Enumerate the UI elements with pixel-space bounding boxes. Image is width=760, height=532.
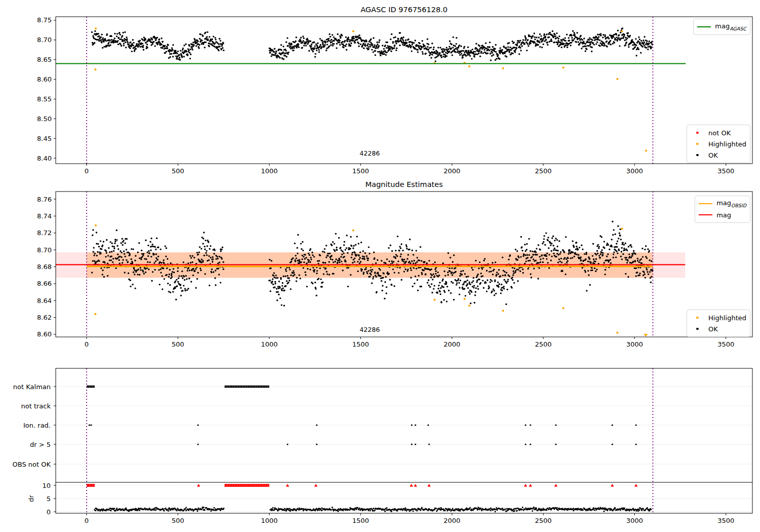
flag-point: [428, 443, 430, 445]
flag-point: [529, 424, 531, 426]
flag-point: [529, 443, 531, 445]
flag-row-label: dr > 5: [30, 441, 51, 448]
y-tick-label: 8.64: [37, 297, 52, 305]
dr-clip-point: [529, 484, 532, 487]
y-tick-label: 8.76: [37, 196, 52, 203]
legend-entry-mag-obsid: magOBSID: [699, 198, 746, 209]
x-tick-label: 2000: [443, 517, 460, 524]
agasc-mag-plot: 05001000150020002500300035008.408.458.50…: [37, 16, 752, 175]
red-line-icon: [699, 214, 712, 216]
orange-line-icon: [699, 203, 712, 205]
dr-axis-label: dr: [27, 495, 35, 502]
y-tick-label: 8.45: [37, 135, 52, 142]
x-tick-label: 3500: [717, 167, 734, 175]
flag-point: [89, 424, 90, 426]
flag-point: [414, 424, 416, 426]
flag-row-label: not Kalman: [13, 383, 51, 391]
flag-point: [525, 443, 526, 445]
dr-tick-label: 10: [42, 482, 51, 489]
legend-label: magAGASC: [715, 22, 746, 31]
page-title: AGASC ID 976756128.0: [56, 6, 752, 14]
x-tick-label: 1500: [352, 167, 369, 175]
x-tick-label: 2000: [443, 167, 460, 175]
flag-point: [525, 424, 526, 426]
black-dot-icon: [691, 154, 704, 157]
x-tick-label: 2500: [535, 340, 552, 348]
flag-point: [612, 424, 613, 426]
x-tick-label: 3500: [717, 517, 734, 524]
flag-point: [287, 443, 288, 445]
flag-point: [316, 424, 318, 426]
legend-point-status-mid[interactable]: Highlighted OK: [687, 310, 750, 337]
legend-mag-lines[interactable]: magOBSID mag: [695, 196, 750, 223]
dr-clip-point: [634, 484, 637, 487]
green-line-icon: [697, 26, 711, 28]
x-tick-label: 0: [85, 517, 89, 524]
y-tick-label: 8.55: [37, 95, 52, 103]
clipped-highlighted-marker: [643, 334, 648, 337]
flag-point: [414, 443, 416, 445]
dr-clip-point: [524, 484, 527, 487]
y-tick-label: 8.65: [37, 56, 52, 63]
x-tick-label: 0: [85, 167, 89, 175]
x-tick-label: 2000: [443, 340, 460, 348]
flag-run: [87, 386, 95, 388]
flags-dr-plot: not Kalmannot trackIon. rad.dr > 5OBS no…: [13, 368, 753, 524]
x-tick-label: 2500: [535, 517, 552, 524]
y-tick-label: 8.62: [37, 314, 52, 321]
dr-clip-point: [286, 484, 289, 487]
y-tick-label: 8.50: [37, 115, 52, 123]
highlighted-points: [94, 224, 648, 337]
flag-point: [316, 443, 318, 445]
flag-point: [197, 443, 199, 445]
legend-entry-mag: mag: [699, 209, 746, 220]
y-tick-label: 8.60: [37, 75, 52, 83]
flag-point: [427, 424, 429, 426]
legend-label: OK: [708, 325, 718, 333]
flag-point: [90, 424, 92, 426]
black-dot-icon: [691, 328, 704, 330]
y-tick-label: 8.40: [37, 155, 52, 162]
y-tick-label: 8.60: [37, 330, 52, 338]
flag-point: [612, 443, 613, 445]
dr-clip-run: [87, 484, 95, 487]
legend-label: OK: [708, 151, 718, 159]
legend-entry-highlighted: Highlighted: [691, 312, 746, 323]
dr-clip-point: [428, 484, 431, 487]
legend-entry-ok: OK: [691, 149, 746, 161]
legend-label: magOBSID: [716, 199, 746, 208]
flag-point: [635, 443, 637, 445]
legend-point-status[interactable]: not OK Highlighted OK: [687, 125, 750, 163]
figure: 05001000150020002500300035008.408.458.50…: [0, 0, 760, 532]
x-tick-label: 1000: [261, 167, 278, 175]
flag-row-label: Ion. rad.: [23, 422, 51, 429]
y-tick-label: 8.74: [37, 212, 52, 220]
axes-frame: [56, 17, 752, 164]
y-tick-label: 8.70: [37, 246, 52, 254]
x-tick-label: 500: [172, 167, 184, 175]
x-tick-label: 2500: [535, 167, 552, 175]
x-tick-label: 1000: [261, 340, 278, 348]
flag-point: [411, 443, 412, 445]
flag-row-label: not track: [21, 402, 51, 410]
x-tick-label: 1500: [352, 517, 369, 524]
y-tick-label: 8.66: [37, 280, 52, 287]
orange-dot-icon: [691, 317, 704, 319]
obsid-annotation: 42286: [360, 149, 380, 157]
y-tick-label: 8.75: [37, 16, 52, 24]
plot-canvas: 05001000150020002500300035008.408.458.50…: [0, 0, 760, 532]
flag-point: [555, 443, 556, 445]
x-tick-label: 500: [172, 340, 184, 348]
ok-points: [91, 27, 654, 62]
legend-label: not OK: [708, 129, 731, 137]
legend-mag-agasc[interactable]: magAGASC: [693, 19, 750, 35]
dr-tick-label: 5: [47, 495, 51, 503]
orange-dot-icon: [691, 143, 704, 145]
x-tick-label: 3000: [626, 340, 643, 348]
legend-label: Highlighted: [708, 314, 746, 322]
red-dot-icon: [691, 132, 704, 134]
flag-point: [197, 424, 199, 426]
x-tick-label: 1000: [261, 517, 278, 524]
flag-point: [555, 424, 556, 426]
legend-entry-mag-agasc: magAGASC: [697, 21, 746, 32]
